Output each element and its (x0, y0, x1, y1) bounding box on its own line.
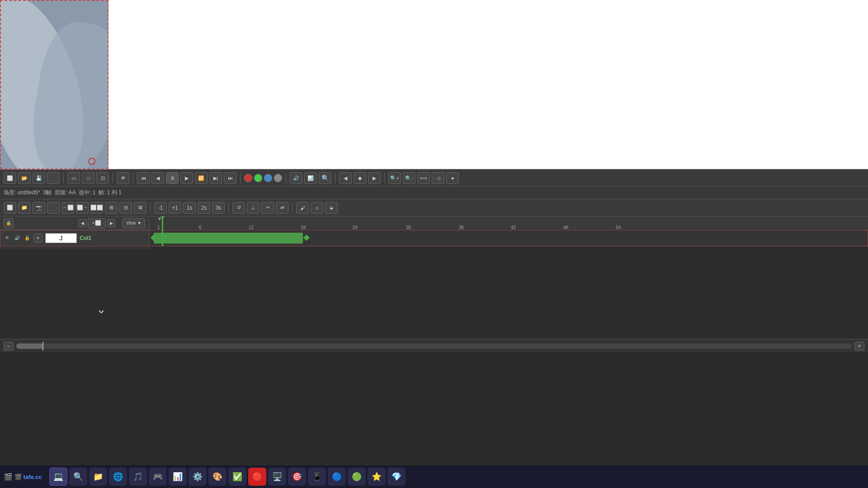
onion-skin-button[interactable]: 👁 (117, 172, 129, 184)
pause-button[interactable]: ⏸ (166, 172, 179, 184)
color-blue[interactable] (264, 174, 272, 182)
diamond-button[interactable]: ◆ (354, 172, 366, 184)
separator-t1 (150, 202, 151, 213)
lasso-button[interactable]: ⍉ (311, 202, 323, 214)
layer-lock-toggle[interactable]: 🔒 (4, 218, 14, 228)
tool-import[interactable]: →⬜ (61, 202, 74, 214)
taskbar-red[interactable]: 🔴 (248, 468, 266, 486)
tool-misc3[interactable]: ⊠ (134, 202, 146, 214)
new-button[interactable]: ⬜ (4, 172, 16, 184)
taskbar-monitor[interactable]: 🖥️ (268, 468, 286, 486)
save-button[interactable]: 💾 (33, 172, 45, 184)
color-green[interactable] (254, 174, 262, 182)
export-button[interactable]: ⬛ (47, 172, 60, 184)
scrollbar-marker (42, 342, 43, 351)
loop2-button[interactable]: ↺ (232, 202, 245, 214)
prev-frame-button[interactable]: ◀ (151, 172, 164, 184)
taskbar-misc2[interactable]: ⭐ (368, 468, 386, 486)
dot-button[interactable]: ● (446, 172, 459, 184)
separator-6 (335, 173, 335, 183)
taskbar-misc1[interactable]: 🟢 (348, 468, 366, 486)
3s-button[interactable]: 3s (212, 202, 225, 214)
zoom-in-scrollbar[interactable]: + (854, 342, 864, 351)
zoom-out-scrollbar[interactable]: − (4, 342, 14, 351)
timeline-ruler: ▼ 1 6 12 18 24 30 36 42 48 54 (149, 216, 868, 230)
taskbar-finder[interactable]: 💻 (49, 468, 67, 486)
taskbar-chart[interactable]: 📊 (169, 468, 187, 486)
taskbar-browser[interactable]: 🌐 (109, 468, 127, 486)
taskbar-game[interactable]: 🎮 (149, 468, 167, 486)
tool-new-layer[interactable]: ⬜ (4, 202, 16, 214)
mirror-button[interactable]: ⟺ (417, 172, 430, 184)
tool-misc2[interactable]: ⊟ (119, 202, 132, 214)
rewind-button[interactable]: ⏮ (137, 172, 150, 184)
track-type-dropdown[interactable]: ▾ (33, 234, 42, 243)
nav-left-button[interactable]: ◀ (339, 172, 352, 184)
infobar: 场景: untitled5* 3帧 层级: AA 选中: 1 帧: 1 列 1 (0, 187, 868, 199)
anchor-button[interactable]: ⊥ (247, 202, 259, 214)
minus1-button[interactable]: -1 (154, 202, 167, 214)
taskbar: 🎬 🎬 tafe.cc 💻 🔍 📁 🌐 🎵 🎮 📊 ⚙️ 🎨 ✅ 🔴 🖥️ 🎯 … (0, 465, 868, 488)
timeline-nav-right[interactable]: ▶ (107, 219, 115, 227)
play-button[interactable]: ▶ (180, 172, 193, 184)
track-bar[interactable] (154, 233, 303, 244)
nav-right-button[interactable]: ▶ (368, 172, 381, 184)
ruler-tick-36: 36 (459, 225, 464, 230)
track-lock-toggle[interactable]: 🔓 (24, 235, 31, 242)
taskbar-palette[interactable]: 🎨 (208, 468, 226, 486)
taskbar-settings[interactable]: ⚙️ (189, 468, 207, 486)
taskbar-blue[interactable]: 🔵 (328, 468, 346, 486)
plus1-button[interactable]: +1 (169, 202, 181, 214)
preview-canvas (0, 0, 108, 169)
tool-grid[interactable]: ⊞ (105, 202, 118, 214)
tool-ref[interactable]: ⬜⬜ (90, 202, 103, 214)
color-red[interactable] (244, 174, 252, 182)
scrollbar-thumb[interactable] (16, 343, 43, 349)
scrollbar-track[interactable] (16, 343, 852, 349)
tool-folder[interactable]: 📁 (18, 202, 31, 214)
timeline-nav-left[interactable]: ◀ (78, 219, 86, 227)
1s-button[interactable]: 1s (183, 202, 196, 214)
taskbar-search[interactable]: 🔍 (69, 468, 87, 486)
open-button[interactable]: 📂 (18, 172, 31, 184)
taskbar-misc3[interactable]: 💎 (387, 468, 406, 486)
brush-button[interactable]: 🖌 (296, 202, 309, 214)
color-gray[interactable] (274, 174, 282, 182)
zoom-minus-button[interactable]: 🔍- (403, 172, 415, 184)
forward-button[interactable]: ⏭ (224, 172, 236, 184)
zoom-plus-button[interactable]: 🔍+ (388, 172, 401, 184)
ruler-tick-1: 1 (157, 225, 160, 230)
ruler-tick-42: 42 (511, 225, 516, 230)
separator-4 (240, 173, 241, 183)
taskbar-files[interactable]: 📁 (89, 468, 107, 486)
rect-tool-button[interactable]: ▭ (67, 172, 80, 184)
volume-button[interactable]: 🔊 (290, 172, 302, 184)
taskbar-music[interactable]: 🎵 (129, 468, 147, 486)
ruler-tick-18: 18 (301, 225, 306, 230)
track-audio-toggle[interactable]: 🔊 (14, 235, 21, 242)
tool3-button[interactable]: ⊡ (96, 172, 109, 184)
view-mode-dropdown[interactable]: View ▼ (123, 218, 145, 228)
track-content-1[interactable] (149, 230, 868, 246)
taskbar-target[interactable]: 🎯 (288, 468, 306, 486)
zoom-in-button[interactable]: 🔍 (319, 172, 331, 184)
2s-button[interactable]: 2s (198, 202, 210, 214)
chart-button[interactable]: 📊 (304, 172, 317, 184)
taskbar-check[interactable]: ✅ (228, 468, 246, 486)
random-button[interactable]: ⇌ (276, 202, 288, 214)
misc4-button[interactable]: ⬙ (325, 202, 338, 214)
ruler-tick-12: 12 (249, 225, 254, 230)
loop-button[interactable]: 🔁 (195, 172, 208, 184)
tool-export[interactable]: ⬜→ (76, 202, 89, 214)
current-frame-line (162, 216, 163, 230)
ellipse-tool-button[interactable]: ⬭ (82, 172, 94, 184)
split-button[interactable]: ✂ (261, 202, 274, 214)
taskbar-mobile[interactable]: 📱 (308, 468, 326, 486)
flip-button[interactable]: ◁ (432, 172, 444, 184)
track-visibility-toggle[interactable]: 👁 (4, 235, 11, 242)
tool-camera[interactable]: 📷 (33, 202, 45, 214)
tool-misc1[interactable]: ⬛ (47, 202, 60, 214)
next-frame-button[interactable]: ▶| (209, 172, 222, 184)
ruler-tick-30: 30 (406, 225, 411, 230)
add-layer-button[interactable]: +⬜ (88, 218, 106, 228)
